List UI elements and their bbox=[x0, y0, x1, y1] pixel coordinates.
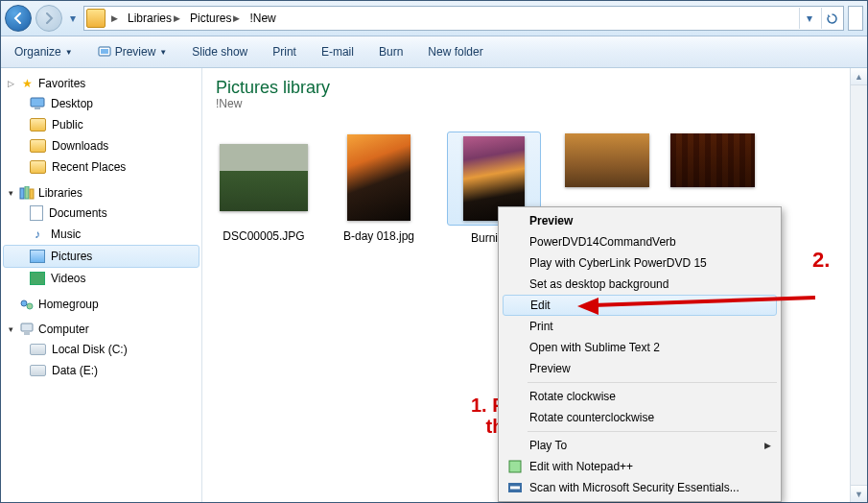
scroll-up-icon[interactable]: ▲ bbox=[851, 68, 867, 85]
ctx-rotate-cw[interactable]: Rotate clockwise bbox=[501, 386, 779, 407]
svg-rect-4 bbox=[20, 188, 24, 199]
explorer-window: ▾ ▶ Libraries ▶ Pictures ▶ !New ▾ Organi… bbox=[0, 0, 868, 503]
ctx-rotate-ccw[interactable]: Rotate counterclockwise bbox=[501, 407, 779, 428]
sidebar-item-label: Pictures bbox=[51, 250, 92, 263]
burn-button[interactable]: Burn bbox=[373, 43, 409, 60]
ctx-separator bbox=[528, 431, 777, 432]
sidebar-item-documents[interactable]: Documents bbox=[3, 203, 199, 224]
sidebar-item-homegroup[interactable]: Homegroup bbox=[3, 295, 199, 314]
documents-icon bbox=[30, 205, 43, 221]
sidebar-item-downloads[interactable]: Downloads bbox=[3, 135, 199, 156]
pictures-icon bbox=[30, 250, 45, 263]
sidebar-item-label: Local Disk (C:) bbox=[52, 343, 128, 356]
sidebar-item-label: Music bbox=[51, 228, 81, 241]
file-caption: DSC00005.JPG bbox=[216, 229, 312, 243]
computer-icon bbox=[19, 322, 35, 337]
sidebar-item-label: Downloads bbox=[52, 139, 108, 153]
breadcrumb[interactable]: Pictures ▶ bbox=[186, 10, 244, 27]
back-button[interactable] bbox=[5, 5, 32, 32]
svg-rect-2 bbox=[31, 98, 44, 107]
new-folder-button[interactable]: New folder bbox=[422, 43, 488, 60]
address-dropdown-icon[interactable]: ▾ bbox=[799, 8, 819, 29]
sidebar-item-music[interactable]: ♪Music bbox=[3, 224, 199, 245]
ctx-open-sublime[interactable]: Open with Sublime Text 2 bbox=[501, 337, 779, 358]
sidebar-item-label: Videos bbox=[51, 272, 85, 285]
vertical-scrollbar[interactable]: ▲ ▼ bbox=[850, 68, 867, 502]
ctx-edit-notepadpp[interactable]: Edit with Notepad++ bbox=[501, 456, 779, 477]
sidebar-item-label: Computer bbox=[38, 323, 89, 336]
sidebar-item-label: Desktop bbox=[51, 97, 93, 110]
search-box[interactable] bbox=[848, 6, 863, 31]
star-icon: ★ bbox=[19, 76, 35, 91]
sidebar-item-libraries[interactable]: ▾ Libraries bbox=[3, 183, 199, 203]
ctx-powerdvd14[interactable]: PowerDVD14CommandVerb bbox=[501, 231, 779, 252]
sidebar-item-label: Recent Places bbox=[52, 160, 126, 174]
ctx-play-to[interactable]: Play To▶ bbox=[501, 435, 779, 456]
svg-rect-9 bbox=[21, 323, 33, 331]
svg-rect-3 bbox=[35, 108, 40, 109]
svg-point-8 bbox=[27, 303, 33, 309]
svg-rect-5 bbox=[25, 186, 29, 199]
svg-rect-1 bbox=[101, 49, 108, 54]
ctx-print[interactable]: Print bbox=[501, 316, 779, 337]
svg-rect-13 bbox=[509, 461, 521, 472]
navigation-bar: ▾ ▶ Libraries ▶ Pictures ▶ !New ▾ bbox=[1, 1, 867, 36]
sidebar-item-pictures[interactable]: Pictures bbox=[3, 245, 199, 268]
sidebar-item-favorites[interactable]: ▷★ Favorites bbox=[3, 74, 199, 93]
preview-icon bbox=[98, 45, 111, 59]
drive-icon bbox=[30, 344, 46, 355]
context-menu: Preview PowerDVD14CommandVerb Play with … bbox=[498, 206, 782, 502]
folder-icon bbox=[30, 118, 46, 132]
file-item[interactable]: B-day 018.jpg bbox=[331, 132, 427, 245]
organize-button[interactable]: Organize ▼ bbox=[9, 43, 79, 60]
breadcrumb[interactable]: Libraries ▶ bbox=[124, 10, 184, 27]
submenu-arrow-icon: ▶ bbox=[764, 441, 771, 450]
homegroup-icon bbox=[19, 297, 35, 312]
music-icon: ♪ bbox=[30, 227, 45, 242]
print-button[interactable]: Print bbox=[267, 43, 302, 60]
notepadpp-icon bbox=[506, 458, 524, 475]
desktop-icon bbox=[30, 96, 45, 111]
sidebar-item-label: Public bbox=[52, 118, 83, 132]
refresh-icon[interactable] bbox=[821, 8, 841, 29]
drive-icon bbox=[30, 365, 46, 376]
slideshow-button[interactable]: Slide show bbox=[186, 43, 253, 60]
breadcrumb[interactable]: ▶ bbox=[107, 12, 122, 25]
address-bar[interactable]: ▶ Libraries ▶ Pictures ▶ !New ▾ bbox=[83, 6, 844, 31]
sidebar-item-data-drive[interactable]: Data (E:) bbox=[3, 360, 199, 381]
recent-pages-dropdown[interactable]: ▾ bbox=[66, 7, 80, 30]
scroll-down-icon[interactable]: ▼ bbox=[851, 485, 867, 502]
sidebar-item-label: Homegroup bbox=[38, 298, 99, 311]
sidebar-item-label: Data (E:) bbox=[52, 364, 98, 377]
libraries-icon bbox=[19, 185, 35, 201]
sidebar-item-local-disk[interactable]: Local Disk (C:) bbox=[3, 339, 199, 360]
file-item[interactable]: DSC00005.JPG bbox=[216, 132, 312, 245]
library-title: Pictures library bbox=[216, 78, 854, 98]
breadcrumb[interactable]: !New bbox=[246, 10, 279, 27]
sidebar-item-videos[interactable]: Videos bbox=[3, 268, 199, 289]
sidebar-item-computer[interactable]: ▾ Computer bbox=[3, 320, 199, 339]
ctx-preview[interactable]: Preview bbox=[501, 210, 779, 231]
sidebar-item-public[interactable]: Public bbox=[3, 114, 199, 135]
ctx-scan-mse[interactable]: Scan with Microsoft Security Essentials.… bbox=[501, 477, 779, 498]
svg-rect-10 bbox=[24, 332, 30, 335]
sidebar-item-desktop[interactable]: Desktop bbox=[3, 93, 199, 114]
ctx-edit[interactable]: Edit bbox=[503, 295, 777, 316]
folder-icon bbox=[30, 160, 46, 174]
sidebar-item-label: Favorites bbox=[38, 77, 85, 90]
ctx-preview-2[interactable]: Preview bbox=[501, 358, 779, 379]
svg-rect-6 bbox=[30, 189, 34, 199]
ctx-separator bbox=[528, 382, 777, 383]
file-caption: B-day 018.jpg bbox=[331, 229, 427, 243]
folder-icon bbox=[30, 139, 46, 153]
email-button[interactable]: E-mail bbox=[316, 43, 360, 60]
ctx-set-desktop-bg[interactable]: Set as desktop background bbox=[501, 274, 779, 295]
forward-button[interactable] bbox=[35, 5, 62, 32]
navigation-pane: ▷★ Favorites Desktop Public Downloads Re… bbox=[1, 68, 202, 502]
ctx-powerdvd15[interactable]: Play with CyberLink PowerDVD 15 bbox=[501, 252, 779, 274]
svg-point-7 bbox=[21, 300, 27, 306]
sidebar-item-recent-places[interactable]: Recent Places bbox=[3, 156, 199, 178]
sidebar-item-label: Libraries bbox=[38, 186, 82, 200]
videos-icon bbox=[30, 272, 45, 285]
preview-button[interactable]: Preview ▼ bbox=[92, 43, 174, 60]
